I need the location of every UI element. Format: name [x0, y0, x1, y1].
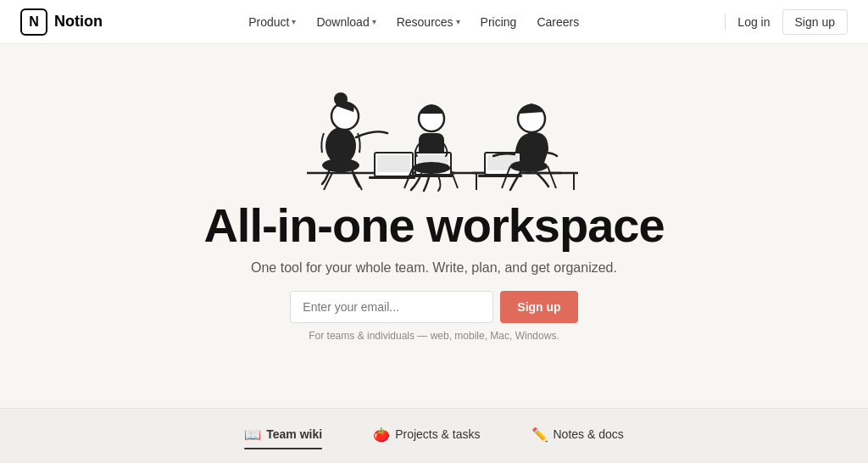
projects-tasks-emoji: 🍅	[373, 427, 390, 443]
nav-auth: Log in Sign up	[725, 9, 848, 35]
tab-team-wiki[interactable]: 📖 Team wiki	[244, 427, 322, 446]
signup-button-nav[interactable]: Sign up	[782, 9, 848, 35]
bottom-tabs: 📖 Team wiki 🍅 Projects & tasks ✏️ Notes …	[0, 408, 868, 463]
tab-team-wiki-label: Team wiki	[266, 427, 322, 441]
brand-area: N Notion	[20, 8, 103, 36]
svg-point-16	[413, 162, 450, 174]
svg-point-26	[510, 160, 548, 172]
hero-section: All-in-one workspace One tool for your w…	[0, 44, 868, 342]
signup-button[interactable]: Sign up	[500, 291, 577, 323]
svg-line-18	[450, 168, 458, 188]
signup-form: Sign up	[290, 291, 577, 323]
nav-item-download[interactable]: Download ▾	[316, 15, 376, 29]
svg-rect-15	[409, 175, 453, 177]
nav-center: Product ▾ Download ▾ Resources ▾ Pricing…	[248, 15, 579, 29]
svg-rect-7	[377, 155, 410, 172]
navbar: N Notion Product ▾ Download ▾ Resources …	[0, 0, 868, 44]
platforms-text: For teams & individuals — web, mobile, M…	[309, 330, 559, 342]
chevron-down-icon: ▾	[372, 17, 376, 26]
hero-title: All-in-one workspace	[203, 199, 664, 252]
notion-wordmark: Notion	[54, 13, 103, 31]
svg-line-28	[548, 166, 556, 188]
notes-docs-emoji: ✏️	[531, 427, 548, 443]
tab-notes-docs-label: Notes & docs	[554, 427, 624, 441]
tab-projects-tasks[interactable]: 🍅 Projects & tasks	[373, 427, 480, 446]
nav-divider	[725, 14, 726, 31]
team-wiki-emoji: 📖	[244, 427, 261, 443]
hero-illustration	[256, 53, 612, 192]
nav-item-product[interactable]: Product ▾	[248, 15, 296, 29]
notion-logo-icon[interactable]: N	[20, 8, 47, 36]
svg-point-5	[334, 92, 348, 106]
email-input[interactable]	[290, 291, 493, 323]
nav-item-careers[interactable]: Careers	[537, 15, 579, 29]
nav-item-pricing[interactable]: Pricing	[481, 15, 517, 29]
chevron-down-icon: ▾	[456, 17, 460, 26]
login-button[interactable]: Log in	[729, 10, 778, 34]
svg-point-9	[322, 159, 359, 172]
tab-projects-tasks-label: Projects & tasks	[395, 427, 480, 441]
tab-notes-docs[interactable]: ✏️ Notes & docs	[531, 427, 624, 446]
nav-item-resources[interactable]: Resources ▾	[397, 15, 460, 29]
chevron-down-icon: ▾	[292, 17, 296, 26]
svg-rect-25	[478, 175, 522, 177]
hero-subtitle: One tool for your whole team. Write, pla…	[251, 260, 617, 276]
